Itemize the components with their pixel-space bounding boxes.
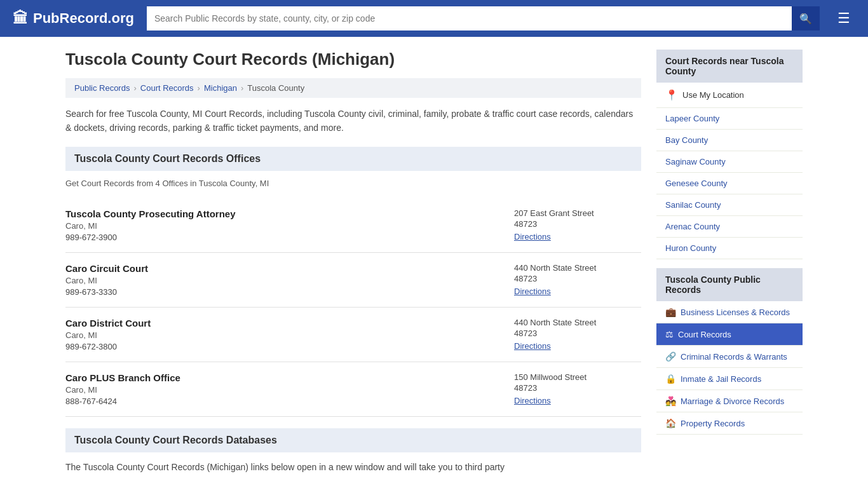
page-title: Tuscola County Court Records (Michigan) [65, 50, 641, 69]
sidebar-item-business-licenses[interactable]: 💼 Business Licenses & Records [656, 301, 803, 323]
directions-link[interactable]: Directions [514, 232, 551, 241]
sidebar-item-sanilac[interactable]: Sanilac County [656, 194, 803, 216]
breadcrumb: Public Records › Court Records › Michiga… [65, 78, 641, 98]
search-button[interactable]: 🔍 [792, 6, 820, 30]
arenac-label: Arenac County [665, 222, 720, 231]
lapeer-label: Lapeer County [665, 114, 719, 123]
sidebar-item-inmate-records[interactable]: 🔒 Inmate & Jail Records [656, 368, 803, 390]
office-right: 150 Millwood Street 48723 Directions [514, 372, 641, 406]
sidebar-item-bay[interactable]: Bay County [656, 130, 803, 151]
sidebar-public-records-section: Tuscola County Public Records 💼 Business… [656, 268, 803, 435]
court-records-label: Court Records [678, 330, 731, 339]
rings-icon: 💑 [665, 396, 676, 406]
offices-sub-text: Get Court Records from 4 Offices in Tusc… [65, 179, 641, 188]
sidebar-item-criminal-records[interactable]: 🔗 Criminal Records & Warrants [656, 346, 803, 368]
genesee-label: Genesee County [665, 179, 728, 188]
office-entry: Tuscola County Prosecuting Attorney Caro… [65, 198, 641, 253]
scales-icon: ⚖ [665, 329, 674, 339]
office-zip: 48723 [514, 274, 641, 283]
office-phone: 989-672-3800 [65, 342, 514, 351]
office-name: Tuscola County Prosecuting Attorney [65, 208, 514, 219]
office-right: 440 North State Street 48723 Directions [514, 318, 641, 351]
logo[interactable]: 🏛 PubRecord.org [13, 10, 134, 27]
page-description: Search for free Tuscola County, MI Court… [65, 107, 641, 135]
breadcrumb-sep-2: › [198, 83, 200, 93]
content-area: Tuscola County Court Records (Michigan) … [65, 50, 641, 474]
house-icon: 🏠 [665, 418, 676, 428]
breadcrumb-sep-3: › [241, 83, 243, 93]
site-header: 🏛 PubRecord.org 🔍 ☰ [0, 0, 868, 37]
office-street: 150 Millwood Street [514, 372, 641, 382]
search-input[interactable] [147, 6, 792, 30]
hamburger-icon: ☰ [837, 10, 850, 26]
sidebar-item-marriage-records[interactable]: 💑 Marriage & Divorce Records [656, 390, 803, 412]
office-street: 440 North State Street [514, 318, 641, 327]
office-city: Caro, MI [65, 385, 514, 395]
office-phone: 989-673-3330 [65, 287, 514, 297]
use-location-label: Use My Location [682, 90, 744, 100]
sidebar-county-list: Lapeer County Bay County Saginaw County … [656, 108, 803, 259]
bay-label: Bay County [665, 135, 708, 145]
db-section-header: Tuscola County Court Records Databases [65, 428, 641, 452]
breadcrumb-court-records[interactable]: Court Records [140, 83, 194, 93]
location-icon: 📍 [665, 89, 678, 101]
breadcrumb-public-records[interactable]: Public Records [74, 83, 130, 93]
sidebar-item-genesee[interactable]: Genesee County [656, 173, 803, 194]
office-left: Caro Circuit Court Caro, MI 989-673-3330 [65, 263, 514, 297]
office-city: Caro, MI [65, 276, 514, 285]
property-records-label: Property Records [681, 419, 745, 428]
lock-icon: 🔒 [665, 374, 676, 384]
office-street: 207 East Grant Street [514, 208, 641, 218]
business-licenses-label: Business Licenses & Records [681, 308, 790, 317]
office-entry: Caro PLUS Branch Office Caro, MI 888-767… [65, 362, 641, 417]
breadcrumb-sep-1: › [133, 83, 136, 93]
office-name: Caro Circuit Court [65, 263, 514, 274]
sidebar-item-arenac[interactable]: Arenac County [656, 216, 803, 238]
db-description: The Tuscola County Court Records (Michig… [65, 460, 641, 474]
office-street: 440 North State Street [514, 263, 641, 273]
sidebar-item-court-records[interactable]: ⚖ Court Records [656, 323, 803, 346]
use-location-button[interactable]: 📍 Use My Location [656, 83, 803, 108]
office-right: 440 North State Street 48723 Directions [514, 263, 641, 297]
logo-icon: 🏛 [13, 10, 28, 27]
sanilac-label: Sanilac County [665, 200, 721, 210]
sidebar: Court Records near Tuscola County 📍 Use … [656, 50, 803, 474]
marriage-records-label: Marriage & Divorce Records [681, 396, 784, 406]
inmate-records-label: Inmate & Jail Records [681, 374, 761, 384]
breadcrumb-michigan[interactable]: Michigan [204, 83, 237, 93]
office-name: Caro District Court [65, 318, 514, 329]
directions-link[interactable]: Directions [514, 341, 551, 351]
sidebar-item-property-records[interactable]: 🏠 Property Records [656, 412, 803, 435]
menu-button[interactable]: ☰ [832, 8, 855, 29]
main-container: Tuscola County Court Records (Michigan) … [53, 37, 815, 487]
huron-label: Huron County [665, 243, 716, 253]
office-zip: 48723 [514, 329, 641, 338]
office-left: Tuscola County Prosecuting Attorney Caro… [65, 208, 514, 242]
office-entry: Caro Circuit Court Caro, MI 989-673-3330… [65, 253, 641, 308]
link-icon: 🔗 [665, 351, 676, 362]
office-entry: Caro District Court Caro, MI 989-672-380… [65, 308, 641, 362]
directions-link[interactable]: Directions [514, 287, 551, 296]
office-left: Caro PLUS Branch Office Caro, MI 888-767… [65, 372, 514, 406]
sidebar-item-huron[interactable]: Huron County [656, 238, 803, 259]
office-left: Caro District Court Caro, MI 989-672-380… [65, 318, 514, 351]
sidebar-item-lapeer[interactable]: Lapeer County [656, 108, 803, 130]
office-phone: 888-767-6424 [65, 396, 514, 406]
sidebar-public-records-header: Tuscola County Public Records [656, 268, 803, 301]
saginaw-label: Saginaw County [665, 157, 726, 166]
sidebar-nearby-header: Court Records near Tuscola County [656, 50, 803, 83]
office-list: Tuscola County Prosecuting Attorney Caro… [65, 198, 641, 417]
search-area: 🔍 [147, 6, 820, 30]
criminal-records-label: Criminal Records & Warrants [681, 352, 787, 362]
breadcrumb-current: Tuscola County [247, 83, 304, 93]
db-section: Tuscola County Court Records Databases T… [65, 428, 641, 474]
briefcase-icon: 💼 [665, 307, 676, 317]
office-zip: 48723 [514, 219, 641, 229]
search-icon: 🔍 [799, 13, 812, 24]
directions-link[interactable]: Directions [514, 396, 551, 405]
logo-text: PubRecord.org [33, 10, 134, 27]
office-name: Caro PLUS Branch Office [65, 372, 514, 383]
sidebar-item-saginaw[interactable]: Saginaw County [656, 151, 803, 173]
office-right: 207 East Grant Street 48723 Directions [514, 208, 641, 242]
office-zip: 48723 [514, 383, 641, 393]
